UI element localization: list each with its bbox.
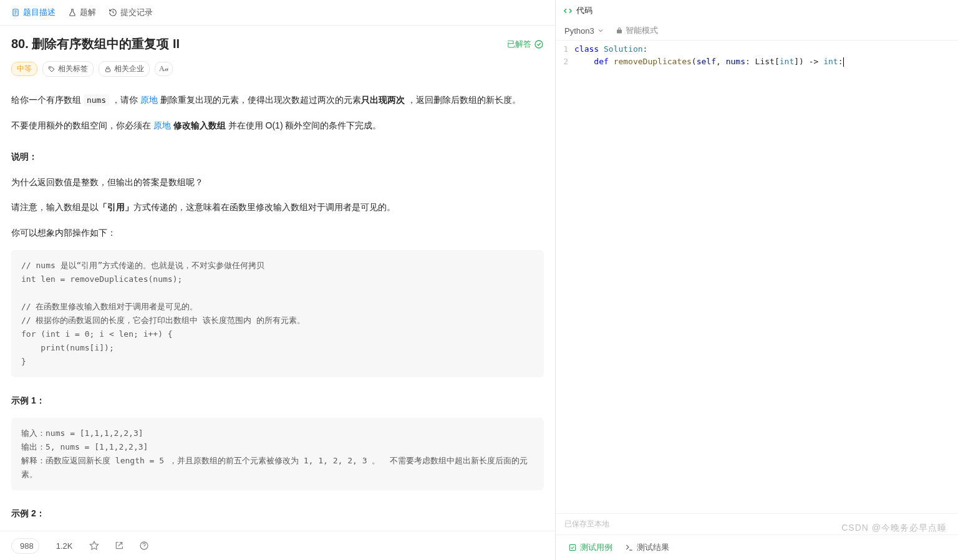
problem-content: 80. 删除有序数组中的重复项 II 已解答 中等 相关标签 相关企业 A𝒶 bbox=[0, 26, 555, 531]
comment-button[interactable]: 1.2K bbox=[48, 539, 78, 553]
problem-footer: 988 1.2K bbox=[0, 531, 555, 560]
svg-point-1 bbox=[535, 41, 543, 48]
share-button[interactable] bbox=[111, 538, 127, 554]
tab-test-results[interactable]: 测试结果 bbox=[620, 540, 674, 555]
svg-rect-3 bbox=[106, 69, 110, 72]
desc-heading: 说明： bbox=[11, 148, 544, 165]
example-1: 输入：nums = [1,1,1,2,2,3] 输出：5, nums = [1,… bbox=[11, 418, 544, 490]
flask-icon bbox=[68, 8, 77, 17]
star-button[interactable] bbox=[86, 538, 102, 554]
lock-icon bbox=[104, 65, 112, 73]
save-status: 已保存至本地 bbox=[556, 513, 958, 534]
problem-panel: 题目描述 题解 提交记录 80. 删除有序数组中的重复项 II 已解答 中等 bbox=[0, 0, 556, 560]
example-1-heading: 示例 1： bbox=[11, 392, 544, 409]
difficulty-badge: 中等 bbox=[11, 62, 37, 76]
left-tabs: 题目描述 题解 提交记录 bbox=[0, 0, 555, 26]
help-icon bbox=[139, 541, 149, 551]
tab-label: 题解 bbox=[80, 7, 96, 18]
tab-test-cases[interactable]: 测试用例 bbox=[563, 540, 617, 555]
text-cursor bbox=[843, 57, 844, 67]
code-editor[interactable]: 1 class Solution: 2 def removeDuplicates… bbox=[556, 41, 958, 513]
tab-solution[interactable]: 题解 bbox=[63, 4, 101, 21]
example-2-heading: 示例 2： bbox=[11, 505, 544, 522]
star-icon bbox=[89, 541, 99, 551]
tag-icon bbox=[48, 65, 56, 73]
related-companies-button[interactable]: 相关企业 bbox=[99, 61, 150, 77]
svg-rect-5 bbox=[569, 544, 575, 550]
problem-body: 给你一个有序数组 nums ，请你 原地 删除重复出现的元素，使得出现次数超过两… bbox=[11, 92, 544, 531]
help-button[interactable] bbox=[136, 538, 152, 554]
tab-label: 题目描述 bbox=[23, 7, 56, 18]
related-tags-button[interactable]: 相关标签 bbox=[42, 61, 94, 77]
inplace-link-2[interactable]: 原地 bbox=[153, 120, 171, 130]
line-number: 2 bbox=[556, 56, 574, 68]
share-icon bbox=[114, 541, 124, 551]
tab-description[interactable]: 题目描述 bbox=[6, 4, 60, 21]
code-icon bbox=[563, 6, 573, 16]
code-panel: 代码 Python3 智能模式 1 class Solution: 2 def … bbox=[556, 0, 958, 560]
inplace-link[interactable]: 原地 bbox=[140, 95, 158, 105]
tab-label: 提交记录 bbox=[120, 7, 153, 18]
pseudo-code: // nums 是以“引用”方式传递的。也就是说，不对实参做任何拷贝 int l… bbox=[11, 250, 544, 378]
font-button[interactable]: A𝒶 bbox=[155, 62, 173, 76]
lock-icon bbox=[616, 27, 623, 34]
doc-icon bbox=[11, 8, 20, 17]
svg-point-2 bbox=[50, 67, 51, 68]
problem-title: 80. 删除有序数组中的重复项 II bbox=[11, 36, 180, 52]
like-button[interactable]: 988 bbox=[11, 538, 39, 554]
ai-mode-toggle[interactable]: 智能模式 bbox=[616, 25, 658, 36]
tab-submissions[interactable]: 提交记录 bbox=[104, 4, 158, 21]
language-select[interactable]: Python3 bbox=[564, 26, 604, 36]
history-icon bbox=[109, 8, 117, 17]
solved-badge: 已解答 bbox=[507, 39, 544, 50]
code-header: 代码 bbox=[556, 0, 958, 21]
line-number: 1 bbox=[556, 43, 574, 56]
font-icon: A𝒶 bbox=[159, 64, 168, 74]
check-square-icon bbox=[568, 543, 577, 552]
terminal-icon bbox=[625, 543, 634, 552]
chevron-down-icon bbox=[597, 27, 604, 34]
check-circle-icon bbox=[534, 39, 544, 49]
bottom-tabs: 测试用例 测试结果 bbox=[556, 534, 958, 560]
